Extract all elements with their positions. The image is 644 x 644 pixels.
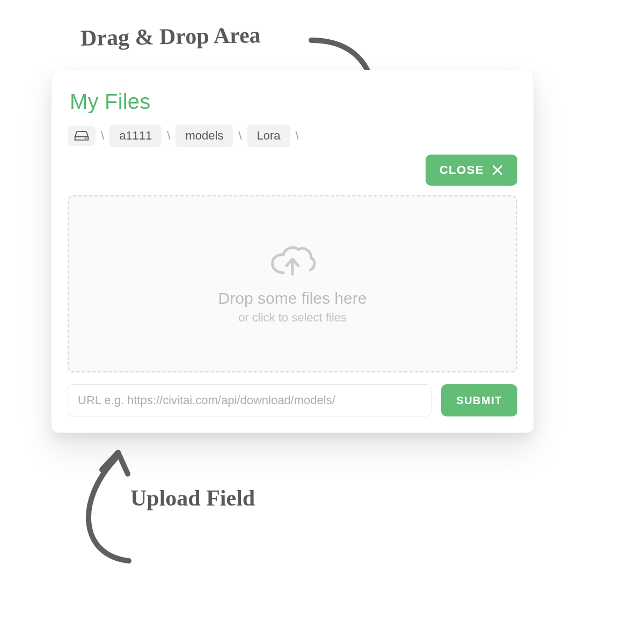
url-input[interactable]: [68, 384, 431, 416]
page-title: My Files: [70, 90, 515, 114]
annotation-drag-drop: Drag & Drop Area: [80, 23, 261, 50]
annotation-arrow-bottom: [64, 443, 161, 572]
breadcrumb: \ a1111 \ models \ Lora \: [68, 125, 517, 147]
breadcrumb-separator: \: [167, 129, 170, 143]
dropzone-secondary-text: or click to select files: [238, 311, 347, 325]
breadcrumb-separator: \: [296, 129, 299, 143]
drive-icon: [74, 130, 89, 142]
breadcrumb-item-models[interactable]: models: [175, 125, 233, 147]
breadcrumb-separator: \: [101, 129, 104, 143]
close-icon: [492, 164, 503, 176]
url-row: SUBMIT: [68, 384, 517, 416]
breadcrumb-separator: \: [238, 129, 241, 143]
close-button[interactable]: CLOSE: [426, 155, 517, 186]
breadcrumb-item-a1111[interactable]: a1111: [109, 125, 162, 147]
close-button-label: CLOSE: [440, 163, 484, 177]
svg-point-1: [85, 138, 86, 139]
cloud-upload-icon: [268, 243, 317, 281]
files-panel: My Files \ a1111 \ models \ Lora \ CLOSE: [51, 70, 534, 433]
submit-button[interactable]: SUBMIT: [441, 384, 517, 416]
dropzone[interactable]: Drop some files here or click to select …: [68, 195, 517, 372]
breadcrumb-item-lora[interactable]: Lora: [247, 125, 290, 147]
dropzone-primary-text: Drop some files here: [218, 289, 367, 308]
breadcrumb-home[interactable]: [68, 126, 96, 146]
